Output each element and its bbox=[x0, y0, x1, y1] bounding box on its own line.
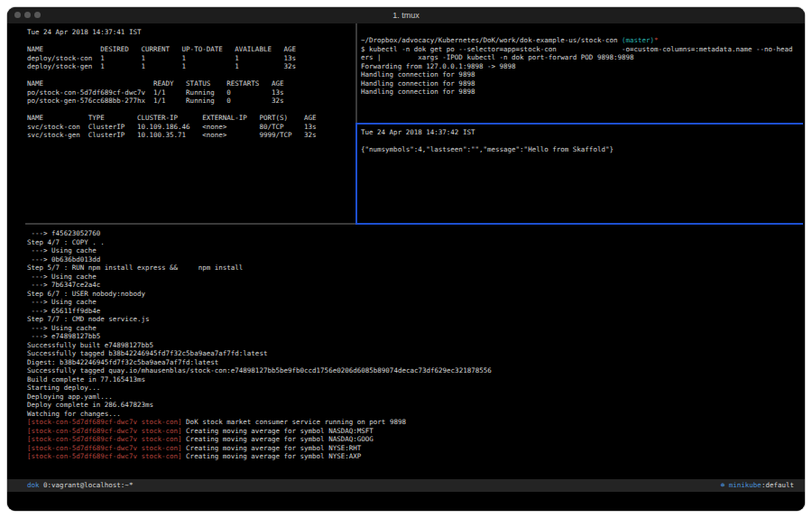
tmux-status-bar: dok 0:vagrant@localhost:~* ☸ minikube:de… bbox=[7, 479, 805, 492]
pane-divider-horizontal[interactable] bbox=[25, 223, 355, 225]
pane-divider-horizontal-active[interactable] bbox=[355, 223, 803, 225]
log-line: [stock-con-5d7df689cf-dwc7v stock-con] D… bbox=[27, 418, 492, 427]
log-pod-prefix: [stock-con-5d7df689cf-dwc7v stock-con] bbox=[27, 418, 182, 426]
pane-curl-output[interactable]: Tue 24 Apr 2018 14:37:42 IST {"numsymbol… bbox=[361, 128, 614, 154]
docker-build-output: ---> f45623052760 Step 4/7 : COPY . . --… bbox=[27, 229, 492, 418]
kube-context: minikube bbox=[729, 481, 761, 489]
status-right: ☸ minikube:default bbox=[721, 479, 794, 492]
prompt-path-line: ~/Dropbox/advocacy/Kubernetes/DoK/work/d… bbox=[361, 36, 793, 45]
kubernetes-wheel-icon: ☸ bbox=[721, 481, 729, 489]
pane-shell-portforward[interactable]: ~/Dropbox/advocacy/Kubernetes/DoK/work/d… bbox=[361, 36, 793, 97]
log-message: Creating moving average for symbol NASDA… bbox=[182, 427, 374, 435]
log-message: DoK stock market consumer service runnin… bbox=[182, 418, 406, 426]
git-dirty-flag: * bbox=[654, 36, 659, 44]
log-message: Creating moving average for symbol NYSE:… bbox=[182, 444, 362, 452]
log-line: [stock-con-5d7df689cf-dwc7v stock-con] C… bbox=[27, 427, 492, 436]
shell-output: $ kubectl -n dok get po --selector=app=s… bbox=[361, 45, 793, 97]
log-message: Creating moving average for symbol NYSE:… bbox=[182, 452, 362, 460]
window-title: 1. tmux bbox=[7, 7, 805, 23]
log-line: [stock-con-5d7df689cf-dwc7v stock-con] C… bbox=[27, 435, 492, 444]
pane-divider-vertical-active[interactable] bbox=[355, 123, 357, 223]
window-label[interactable]: 0:vagrant@localhost:~* bbox=[40, 481, 134, 489]
terminal-window: 1. tmux Tue 24 Apr 2018 14:37:41 IST NAM… bbox=[7, 7, 805, 511]
session-name[interactable]: dok bbox=[27, 481, 40, 489]
cwd-path: ~/Dropbox/advocacy/Kubernetes/DoK/work/d… bbox=[361, 36, 622, 44]
log-message: Creating moving average for symbol NASDA… bbox=[182, 435, 374, 443]
skaffold-log-lines: [stock-con-5d7df689cf-dwc7v stock-con] D… bbox=[27, 418, 492, 461]
log-pod-prefix: [stock-con-5d7df689cf-dwc7v stock-con] bbox=[27, 435, 182, 443]
status-left: dok 0:vagrant@localhost:~* bbox=[27, 479, 133, 492]
tmux-terminal: Tue 24 Apr 2018 14:37:41 IST NAME DESIRE… bbox=[7, 23, 805, 511]
pane-kubectl-watch[interactable]: Tue 24 Apr 2018 14:37:41 IST NAME DESIRE… bbox=[27, 28, 317, 140]
log-pod-prefix: [stock-con-5d7df689cf-dwc7v stock-con] bbox=[27, 452, 182, 460]
kube-namespace: :default bbox=[761, 481, 794, 489]
title-bar: 1. tmux bbox=[7, 7, 805, 24]
pane-divider-horizontal-active-top[interactable] bbox=[357, 123, 803, 125]
log-pod-prefix: [stock-con-5d7df689cf-dwc7v stock-con] bbox=[27, 444, 182, 452]
log-line: [stock-con-5d7df689cf-dwc7v stock-con] C… bbox=[27, 444, 492, 453]
log-pod-prefix: [stock-con-5d7df689cf-dwc7v stock-con] bbox=[27, 427, 182, 435]
git-branch: (master) bbox=[622, 36, 654, 44]
pane-skaffold-log[interactable]: ---> f45623052760 Step 4/7 : COPY . . --… bbox=[27, 229, 492, 461]
pane-divider-vertical[interactable] bbox=[355, 23, 357, 123]
log-line: [stock-con-5d7df689cf-dwc7v stock-con] C… bbox=[27, 452, 492, 461]
screenshot-page: 1. tmux Tue 24 Apr 2018 14:37:41 IST NAM… bbox=[0, 0, 812, 518]
